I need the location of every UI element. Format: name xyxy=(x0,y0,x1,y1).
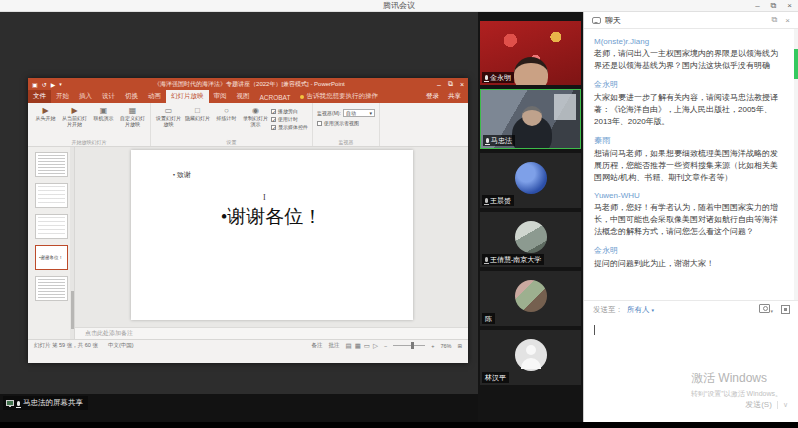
checkbox-icon: ✓ xyxy=(271,109,276,114)
save-icon[interactable]: ▣ xyxy=(32,81,38,88)
share-button[interactable]: 共享 xyxy=(448,92,461,101)
zoom-slider[interactable] xyxy=(393,345,425,346)
monitor-select[interactable]: 自动▾ xyxy=(343,109,375,117)
participant-tile[interactable]: 林汉平 xyxy=(480,330,581,385)
participant-video-active-speaker[interactable]: 马忠法 xyxy=(480,89,581,149)
send-to-selector[interactable]: 所有人▾ xyxy=(627,305,654,315)
record-slideshow-button[interactable]: ◉录制幻灯片演示 xyxy=(242,106,269,127)
scrollbar-thumb[interactable] xyxy=(794,49,798,79)
checkbox-icon xyxy=(317,121,322,126)
ppt-ribbon-tabs: 文件 开始 插入 设计 切换 动画 幻灯片放映 审阅 视图 ACROBAT 告诉… xyxy=(28,90,468,103)
chevron-down-icon: ▾ xyxy=(652,307,655,313)
monitor-icon xyxy=(6,400,14,406)
signin-button[interactable]: 登录 xyxy=(426,92,439,101)
minimize-icon[interactable]: – xyxy=(755,0,759,12)
participant-name: 金永明 xyxy=(490,73,511,82)
from-beginning-button[interactable]: ▶从头开始 xyxy=(32,106,59,122)
send-to-label: 发送至： xyxy=(593,305,623,315)
participant-tile[interactable]: 陈 xyxy=(480,271,581,326)
zoom-out-button[interactable]: − xyxy=(384,343,387,349)
powerpoint-window: ▣ ↺ ▶ ▾ 《海洋强国时代的海洋法》专题讲座（2022年）[兼容模式] - … xyxy=(28,78,468,363)
slide-thumbnail[interactable] xyxy=(35,183,68,208)
use-timings-checkbox[interactable]: ✓使用计时 xyxy=(271,116,308,122)
tell-me-box[interactable]: 告诉我您想要执行的操作 xyxy=(295,90,383,103)
slide-main-text[interactable]: •谢谢各位！ xyxy=(221,204,323,230)
message-sender: 秦雨 xyxy=(594,135,785,146)
ppt-minimize-icon[interactable]: – xyxy=(437,81,441,88)
mic-icon xyxy=(486,138,489,143)
slide-thumbnail[interactable] xyxy=(35,152,68,177)
ppt-statusbar: 幻灯片 第 59 张，共 60 张 中文(中国) 备注 批注 ▤ ▦ ▭ ▷ −… xyxy=(28,339,468,351)
tab-review[interactable]: 审阅 xyxy=(209,90,232,103)
message-text: 大家如要进一步了解有关内容，请阅读马忠法教授译著：《论海洋自由》，上海人民出版社… xyxy=(594,92,785,128)
send-options-chevron-icon[interactable]: ∨ xyxy=(777,401,788,409)
slide-thumbnail[interactable] xyxy=(35,276,68,301)
ppt-close-icon[interactable]: × xyxy=(460,81,464,88)
window-titlebar: 腾讯会议 – ⧉ × xyxy=(0,0,798,12)
zoom-percentage[interactable]: 76% xyxy=(440,343,451,349)
text-cursor: I xyxy=(263,193,266,202)
screenshot-icon[interactable] xyxy=(781,305,790,314)
message-text: 提问的问题到此为止，谢谢大家！ xyxy=(594,258,785,270)
tab-animations[interactable]: 动画 xyxy=(143,90,166,103)
tab-transitions[interactable]: 切换 xyxy=(120,90,143,103)
chat-message-list[interactable]: M(onste)r.Jiang 老师，请问出入一主权国家境内的界限是以领海线为界… xyxy=(584,29,795,300)
participant-tile[interactable]: 王倩慧-南京大学 xyxy=(480,212,581,267)
notes-toggle[interactable]: 备注 xyxy=(311,342,322,349)
current-slide[interactable]: • 致谢 I •谢谢各位！ xyxy=(131,150,413,320)
avatar xyxy=(515,280,547,312)
setup-slideshow-button[interactable]: ▭设置幻灯片放映 xyxy=(155,106,182,127)
slide-bullet-text[interactable]: • 致谢 xyxy=(173,170,191,180)
tab-home[interactable]: 开始 xyxy=(51,90,74,103)
slideshow-view-icon[interactable]: ▷ xyxy=(373,342,378,350)
popout-icon[interactable]: ⧉ xyxy=(772,15,778,25)
participant-tile[interactable]: 王晨赟 xyxy=(480,153,581,208)
ppt-document-title: 《海洋强国时代的海洋法》专题讲座（2022年）[兼容模式] - PowerPoi… xyxy=(62,80,437,89)
tab-file[interactable]: 文件 xyxy=(28,90,51,103)
thumbnail-scrollbar[interactable] xyxy=(70,147,74,339)
show-media-controls-checkbox[interactable]: ✓显示媒体控件 xyxy=(271,124,308,130)
presenter-view-checkbox[interactable]: 使用演示者视图 xyxy=(317,120,375,126)
zoom-slider-thumb[interactable] xyxy=(411,342,414,349)
notes-placeholder[interactable]: 点击此处添加备注 xyxy=(75,327,468,339)
slide-thumbnail-selected[interactable]: •谢谢各位！ xyxy=(35,245,68,270)
tab-acrobat[interactable]: ACROBAT xyxy=(255,92,296,103)
chat-bubble-icon xyxy=(592,17,601,24)
rehearse-timings-button[interactable]: ○排练计时 xyxy=(213,106,240,122)
start-slideshow-icon[interactable]: ▶ xyxy=(51,81,56,88)
fit-to-window-icon[interactable]: ⊞ xyxy=(457,343,462,349)
normal-view-icon[interactable]: ▤ xyxy=(345,342,351,350)
present-online-button[interactable]: ▣联机演示 xyxy=(90,106,117,122)
tab-view[interactable]: 视图 xyxy=(232,90,255,103)
tab-design[interactable]: 设计 xyxy=(97,90,120,103)
mic-icon xyxy=(17,401,20,406)
ribbon-group-start-slideshow: ▶从头开始 ▶从当前幻灯片开始 ▣联机演示 ▦自定义幻灯片放映 开始放映幻灯片 xyxy=(28,103,151,146)
chat-message: M(onste)r.Jiang 老师，请问出入一主权国家境内的界限是以领海线为界… xyxy=(594,37,785,72)
participant-face xyxy=(522,106,542,126)
chat-message: 秦雨 想请问马老师，如果想要细致梳理美国海洋战略的发展历程，您能否推荐一些资料搜… xyxy=(594,135,785,184)
comments-toggle[interactable]: 批注 xyxy=(328,342,339,349)
scrollbar-thumb[interactable] xyxy=(71,291,74,329)
from-current-slide-button[interactable]: ▶从当前幻灯片开始 xyxy=(61,106,88,127)
zoom-in-button[interactable]: + xyxy=(431,343,434,349)
close-icon[interactable]: × xyxy=(785,16,790,25)
hide-slide-button[interactable]: □隐藏幻灯片 xyxy=(184,106,211,122)
image-icon[interactable]: ▾ xyxy=(759,304,773,315)
tab-slideshow[interactable]: 幻灯片放映 xyxy=(166,90,209,103)
slide-thumbnail[interactable] xyxy=(35,214,68,239)
participant-video[interactable]: 金永明 xyxy=(480,21,581,85)
language-indicator[interactable]: 中文(中国) xyxy=(108,342,134,349)
tab-insert[interactable]: 插入 xyxy=(74,90,97,103)
play-narrations-checkbox[interactable]: ✓播放旁白 xyxy=(271,108,308,114)
message-sender: 金永明 xyxy=(594,79,785,90)
reading-view-icon[interactable]: ▭ xyxy=(364,342,370,350)
close-icon[interactable]: × xyxy=(787,0,792,12)
window-title: 腾讯会议 xyxy=(0,0,798,12)
restore-icon[interactable]: ⧉ xyxy=(771,0,777,12)
ppt-restore-icon[interactable]: ⧉ xyxy=(448,80,453,88)
send-button[interactable]: 发送(S) ∨ xyxy=(745,399,788,410)
undo-icon[interactable]: ↺ xyxy=(42,81,47,88)
chat-scrollbar[interactable] xyxy=(794,29,798,300)
custom-slideshow-button[interactable]: ▦自定义幻灯片放映 xyxy=(119,106,146,127)
slide-sorter-icon[interactable]: ▦ xyxy=(355,342,361,350)
